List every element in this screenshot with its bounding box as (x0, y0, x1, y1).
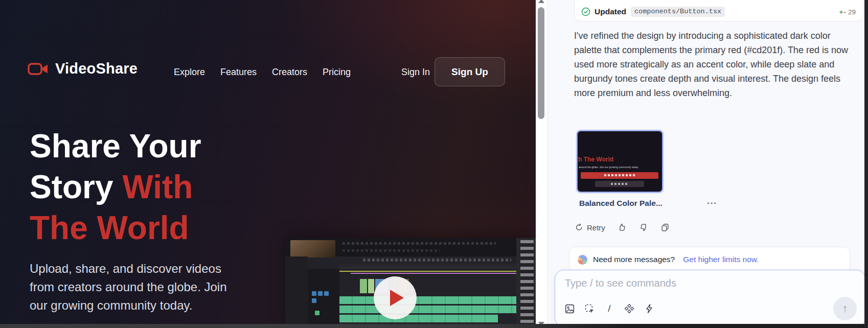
file-update-card: Updated components/Button.tsx + - 29 (574, 0, 863, 21)
thumbs-up-button[interactable] (618, 223, 627, 232)
assistant-message: I've refined the design by introducing a… (574, 29, 854, 100)
brand-name: VideoShare (55, 60, 138, 77)
select-element-button[interactable] (584, 303, 595, 314)
thumbs-up-icon (618, 223, 627, 232)
thumb-subtitle: around the globe. Join our growing commu… (579, 166, 660, 169)
timeline-ruler (339, 264, 516, 268)
timeline-track (339, 296, 516, 304)
editor-tools-column (285, 256, 308, 328)
usage-pie-icon (578, 255, 587, 265)
scrollbar-up-arrow-icon[interactable] (538, 0, 544, 3)
hero-video-image (285, 238, 537, 328)
quick-actions-button[interactable] (644, 303, 655, 314)
refresh-icon (575, 223, 583, 231)
nav-creators[interactable]: Creators (272, 67, 307, 78)
nav-explore[interactable]: Explore (174, 67, 205, 78)
lightning-icon (644, 303, 654, 314)
composer-toolbar: / (564, 303, 655, 314)
select-cursor-icon (584, 303, 595, 314)
updated-file-chip: components/Button.tsx (631, 7, 725, 17)
message-actions: Retry (575, 221, 670, 234)
sign-in-link[interactable]: Sign In (401, 67, 430, 78)
editor-preview-clip (290, 240, 335, 257)
thumb-secondary-button (595, 181, 644, 187)
thumb-heading: th The World (577, 156, 613, 163)
editor-left-panel (308, 269, 339, 328)
composer-card: / (555, 270, 865, 327)
sign-up-button[interactable]: Sign Up (435, 57, 505, 86)
update-status: Updated (595, 7, 626, 16)
diff-stat: + - 29 (839, 8, 856, 16)
artifact-caption[interactable]: Balanced Color Pale... (579, 199, 663, 208)
window-right-edge (864, 0, 868, 328)
artifact-caption-row: Balanced Color Pale... ··· (579, 198, 717, 208)
copy-button[interactable] (660, 223, 670, 232)
send-arrow-icon: ↑ (842, 302, 848, 315)
site-preview-panel: VideoShare Explore Features Creators Pri… (0, 0, 537, 328)
artifact-thumbnail[interactable]: th The World around the globe. Join our … (577, 130, 663, 193)
banner-text: Need more messages? (593, 255, 675, 264)
brand-logo[interactable]: VideoShare (28, 60, 138, 77)
image-icon (564, 303, 575, 314)
editor-media-list (516, 238, 537, 328)
limits-banner: Need more messages? Get higher limits no… (569, 247, 850, 272)
artifact-menu-icon[interactable]: ··· (707, 198, 717, 208)
diamonds-icon (624, 303, 635, 314)
screenshot-root: VideoShare Explore Features Creators Pri… (0, 0, 868, 328)
hero-heading: Share Your Story With The World (30, 126, 201, 248)
hero-subtitle: Upload, share, and discover videos from … (30, 260, 234, 315)
scrollbar-thumb[interactable] (538, 7, 544, 119)
editor-transport-controls (363, 259, 511, 262)
slash-command-button[interactable]: / (604, 303, 615, 314)
nav-features[interactable]: Features (220, 67, 257, 78)
thumbs-down-button[interactable] (639, 223, 648, 232)
chat-input[interactable] (564, 277, 791, 290)
play-icon (390, 290, 404, 306)
timeline-track (339, 315, 498, 322)
check-circle-icon (581, 7, 590, 16)
copy-icon (660, 223, 670, 232)
thumbs-down-icon (639, 223, 648, 232)
blocks-button[interactable] (624, 303, 635, 314)
timeline-track (339, 306, 516, 313)
window-bottom-edge (0, 324, 868, 328)
play-button[interactable] (374, 276, 417, 319)
send-button[interactable]: ↑ (833, 297, 857, 320)
site-nav: Explore Features Creators Pricing (174, 67, 351, 78)
thumb-primary-button (581, 172, 658, 179)
retry-button[interactable]: Retry (575, 223, 605, 232)
chat-panel: Updated components/Button.tsx + - 29 I'v… (547, 0, 868, 328)
attach-image-button[interactable] (564, 303, 575, 314)
video-camera-icon (28, 61, 49, 77)
scrollbar-track[interactable] (536, 0, 547, 328)
nav-pricing[interactable]: Pricing (323, 67, 351, 78)
get-higher-limits-link[interactable]: Get higher limits now. (683, 255, 759, 264)
